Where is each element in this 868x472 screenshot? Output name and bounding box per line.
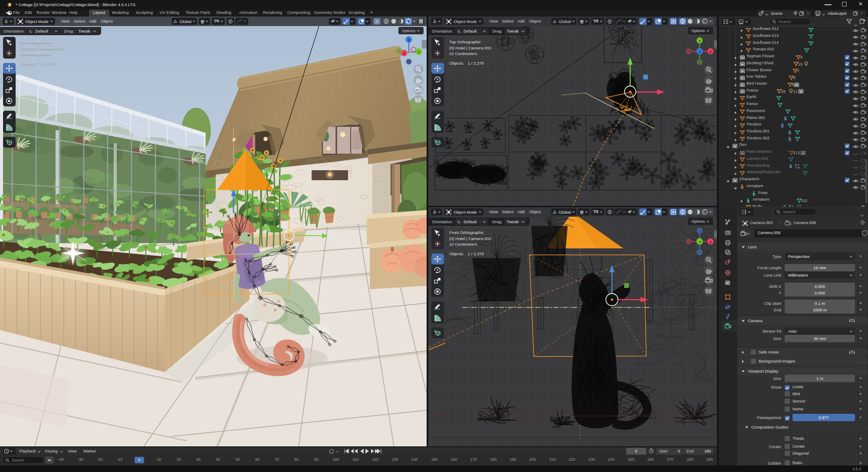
svg-text:‹: ‹ [715, 43, 717, 47]
svg-text:Y: Y [699, 39, 701, 43]
svg-text:X: X [710, 240, 712, 244]
svg-text:Z: Z [699, 50, 701, 54]
svg-text:‹: ‹ [424, 43, 425, 47]
svg-text:X: X [710, 50, 712, 54]
svg-text:Y: Y [418, 50, 420, 54]
svg-text:X: X [403, 52, 405, 56]
svg-text:-Y: -Y [698, 241, 701, 244]
svg-text:Z: Z [408, 38, 410, 42]
svg-text:›: › [715, 233, 717, 237]
